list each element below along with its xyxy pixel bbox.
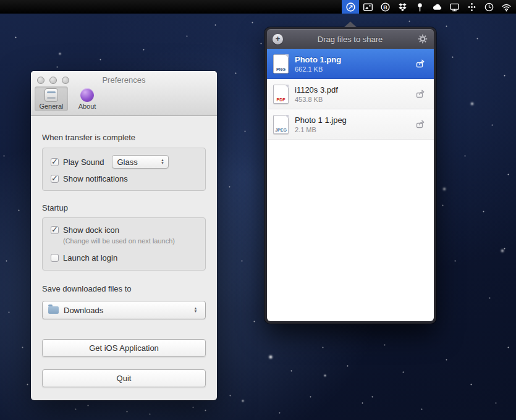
cloud-glyph bbox=[432, 2, 442, 12]
sound-popup-value: Glass bbox=[117, 158, 138, 167]
zoom-button[interactable] bbox=[62, 77, 69, 84]
popover-header: Drag files to share bbox=[267, 29, 434, 49]
transfer-group-box: Play Sound Glass Show notifications bbox=[42, 148, 206, 191]
show-dock-icon-checkbox[interactable] bbox=[51, 226, 59, 234]
wifi-glyph bbox=[501, 2, 512, 12]
share-icon bbox=[415, 59, 426, 69]
tab-about-label: About bbox=[70, 103, 104, 110]
launch-at-login-label: Launch at login bbox=[63, 253, 117, 262]
window-titlebar[interactable]: Preferences General About bbox=[31, 71, 217, 116]
pin-glyph bbox=[415, 2, 425, 12]
folder-icon bbox=[48, 306, 59, 314]
cloud-icon[interactable] bbox=[428, 0, 446, 14]
show-dock-icon-label: Show dock icon bbox=[63, 225, 119, 235]
file-type-icon: JPEG bbox=[273, 115, 289, 134]
share-icon bbox=[415, 89, 426, 99]
file-name: Photo 1 1.jpeg bbox=[295, 116, 413, 125]
dots-grid-icon[interactable] bbox=[463, 0, 480, 14]
preferences-content: When transfer is complete Play Sound Gla… bbox=[31, 133, 217, 387]
file-meta: i1120s 3.pdf 453.8 KB bbox=[295, 85, 413, 103]
save-section-heading: Save downloaded files to bbox=[42, 284, 206, 293]
desktop: B bbox=[0, 0, 516, 420]
file-list: PNG Photo 1.png 662.1 KB PDF bbox=[267, 49, 434, 321]
launch-at-login-row: Launch at login bbox=[51, 253, 197, 262]
startup-group-box: Show dock icon (Change will be used on n… bbox=[42, 217, 206, 271]
file-size: 2.1 MB bbox=[295, 126, 413, 133]
show-notifications-row: Show notifications bbox=[51, 174, 197, 183]
show-notifications-label: Show notifications bbox=[63, 174, 128, 183]
share-popover: Drag files to share PNG bbox=[264, 27, 436, 324]
file-type-icon: PDF bbox=[273, 85, 289, 104]
popover-title: Drag files to share bbox=[283, 35, 417, 44]
menubar-status-items: B bbox=[342, 0, 515, 14]
close-button[interactable] bbox=[37, 77, 44, 84]
preferences-window: Preferences General About When transfer … bbox=[31, 71, 217, 400]
popup-arrows-icon bbox=[158, 159, 168, 165]
dropbox-icon[interactable] bbox=[394, 0, 411, 14]
wifi-icon[interactable] bbox=[497, 0, 515, 14]
general-icon bbox=[44, 88, 58, 102]
dropbox-glyph bbox=[397, 2, 408, 12]
window-controls bbox=[37, 77, 69, 84]
display-glyph bbox=[449, 2, 460, 12]
file-meta: Photo 1 1.jpeg 2.1 MB bbox=[295, 116, 413, 133]
bitcoin-icon[interactable]: B bbox=[376, 0, 394, 14]
share-link-button[interactable] bbox=[413, 118, 428, 130]
file-type-label: PDF bbox=[274, 98, 288, 102]
dots-grid-glyph bbox=[467, 2, 477, 12]
gear-icon bbox=[418, 34, 428, 44]
file-size: 662.1 KB bbox=[295, 65, 413, 73]
file-list-empty-area[interactable] bbox=[267, 140, 434, 321]
file-row[interactable]: PDF i1120s 3.pdf 453.8 KB bbox=[267, 79, 434, 109]
menubar: B bbox=[0, 0, 516, 14]
clock-icon[interactable] bbox=[480, 0, 497, 14]
file-row[interactable]: JPEG Photo 1 1.jpeg 2.1 MB bbox=[267, 109, 434, 140]
settings-button[interactable] bbox=[417, 34, 428, 44]
preferences-toolbar: General About bbox=[31, 85, 217, 111]
file-type-label: PNG bbox=[274, 67, 288, 72]
popover-arrow bbox=[344, 22, 357, 27]
launch-at-login-checkbox[interactable] bbox=[51, 254, 59, 262]
about-icon bbox=[80, 88, 94, 102]
show-notifications-checkbox[interactable] bbox=[51, 175, 59, 183]
svg-text:B: B bbox=[383, 4, 387, 10]
popup-arrows-icon bbox=[190, 307, 201, 313]
quit-button[interactable]: Quit bbox=[42, 369, 206, 387]
transfer-section-heading: When transfer is complete bbox=[42, 133, 206, 142]
dock-icon-note: (Change will be used on next launch) bbox=[63, 237, 197, 245]
file-name: i1120s 3.pdf bbox=[295, 85, 413, 94]
share-app-glyph bbox=[345, 2, 356, 12]
file-type-label: JPEG bbox=[274, 128, 288, 132]
get-ios-application-button[interactable]: Get iOS Application bbox=[42, 339, 206, 357]
share-icon bbox=[415, 119, 426, 129]
bitcoin-glyph: B bbox=[380, 2, 391, 12]
sound-popup[interactable]: Glass bbox=[112, 155, 169, 169]
show-dock-icon-row: Show dock icon bbox=[51, 225, 197, 235]
photos-icon[interactable] bbox=[359, 0, 376, 14]
file-row[interactable]: PNG Photo 1.png 662.1 KB bbox=[267, 49, 434, 79]
file-name: Photo 1.png bbox=[295, 55, 413, 64]
add-file-button[interactable] bbox=[273, 34, 283, 44]
file-meta: Photo 1.png 662.1 KB bbox=[295, 55, 413, 73]
share-link-button[interactable] bbox=[413, 88, 428, 100]
save-folder-value: Downloads bbox=[64, 306, 103, 315]
pin-icon[interactable] bbox=[411, 0, 428, 14]
file-type-icon: PNG bbox=[273, 54, 289, 74]
display-icon[interactable] bbox=[446, 0, 463, 14]
minimize-button[interactable] bbox=[49, 77, 57, 84]
play-sound-checkbox[interactable] bbox=[51, 158, 59, 166]
play-sound-label: Play Sound bbox=[63, 158, 104, 167]
clock-glyph bbox=[484, 2, 494, 12]
tab-about[interactable]: About bbox=[70, 86, 104, 111]
share-app-icon[interactable] bbox=[342, 0, 359, 14]
tab-general-label: General bbox=[35, 103, 68, 110]
tab-general[interactable]: General bbox=[35, 86, 68, 111]
save-folder-popup[interactable]: Downloads bbox=[42, 301, 206, 319]
play-sound-row: Play Sound Glass bbox=[51, 155, 197, 169]
file-size: 453.8 KB bbox=[295, 96, 413, 103]
share-link-button[interactable] bbox=[413, 57, 428, 70]
photos-glyph bbox=[363, 2, 373, 12]
startup-section-heading: Startup bbox=[42, 203, 206, 212]
